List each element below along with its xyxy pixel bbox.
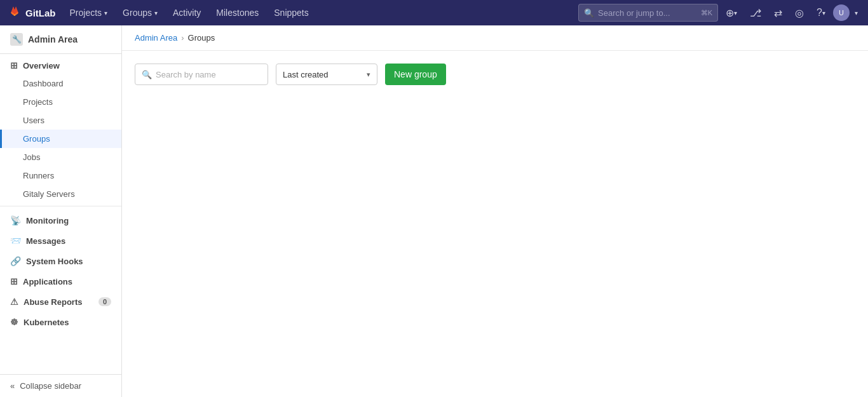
sidebar-item-runners[interactable]: Runners (0, 166, 121, 185)
global-search-input[interactable] (598, 8, 697, 18)
gitlab-logo[interactable]: GitLab (8, 6, 56, 20)
plus-icon: ⊕ (726, 7, 734, 19)
projects-chevron-icon: ▾ (104, 10, 107, 17)
sidebar-section-messages[interactable]: 📨 Messages (0, 229, 121, 250)
plus-chevron-icon: ▾ (734, 10, 737, 17)
help-icon: ? (817, 7, 822, 18)
groups-chevron-icon: ▾ (154, 10, 158, 17)
search-kbd-icon: ⌘K (701, 9, 712, 17)
sort-select[interactable]: Last createdNameRecently updatedOldest (283, 70, 363, 79)
help-chevron-icon: ▾ (822, 10, 825, 17)
user-avatar[interactable]: U (833, 4, 850, 21)
nav-activity[interactable]: Activity (166, 0, 207, 25)
app-layout: 🔧 Admin Area ⊞ Overview Dashboard Projec… (0, 25, 868, 397)
global-search-bar[interactable]: 🔍 ⌘K (578, 4, 718, 22)
nav-issues-button[interactable]: ◎ (790, 0, 809, 25)
abuse-icon: ⚠ (10, 297, 18, 307)
new-group-button[interactable]: New group (385, 64, 446, 85)
sidebar-section-system-hooks[interactable]: 🔗 System Hooks (0, 250, 121, 270)
sidebar-divider-1 (0, 206, 121, 206)
admin-area-header: 🔧 Admin Area (0, 25, 121, 54)
top-navigation: GitLab Projects ▾ Groups ▾ Activity Mile… (0, 0, 868, 25)
gitlab-logo-text: GitLab (25, 8, 56, 18)
kubernetes-icon: ☸ (10, 317, 18, 327)
nav-projects[interactable]: Projects ▾ (64, 0, 114, 25)
nav-groups[interactable]: Groups ▾ (116, 0, 164, 25)
sidebar-section-monitoring[interactable]: 📡 Monitoring (0, 209, 121, 229)
sidebar: 🔧 Admin Area ⊞ Overview Dashboard Projec… (0, 25, 122, 397)
admin-wrench-icon: 🔧 (10, 33, 23, 46)
issues-icon: ◎ (795, 7, 804, 19)
sidebar-item-jobs[interactable]: Jobs (0, 148, 121, 166)
sort-dropdown-wrap[interactable]: Last createdNameRecently updatedOldest ▾ (276, 64, 377, 85)
sidebar-section-overview[interactable]: ⊞ Overview (0, 54, 121, 74)
sidebar-section-abuse-reports[interactable]: ⚠ Abuse Reports 0 (0, 290, 121, 311)
search-by-name-input[interactable] (156, 70, 261, 79)
nav-snippets[interactable]: Snippets (268, 0, 315, 25)
search-name-icon: 🔍 (142, 70, 152, 79)
sidebar-item-users[interactable]: Users (0, 111, 121, 130)
monitoring-icon: 📡 (10, 215, 21, 225)
sort-chevron-icon: ▾ (367, 71, 370, 79)
breadcrumb-current: Groups (188, 33, 215, 43)
avatar-chevron[interactable]: ▾ (852, 0, 860, 25)
main-content: Admin Area › Groups 🔍 Last createdNameRe… (122, 25, 868, 397)
sidebar-section-applications[interactable]: ⊞ Applications (0, 270, 121, 290)
commits-icon: ⎇ (750, 7, 761, 19)
collapse-icon: « (10, 381, 15, 391)
apps-icon: ⊞ (10, 276, 18, 286)
sidebar-item-gitaly-servers[interactable]: Gitaly Servers (0, 185, 121, 203)
sidebar-item-dashboard[interactable]: Dashboard (0, 74, 121, 93)
nav-plus-button[interactable]: ⊕ ▾ (721, 0, 742, 25)
breadcrumb: Admin Area › Groups (122, 25, 868, 51)
sidebar-item-projects[interactable]: Projects (0, 93, 121, 111)
grid-icon: ⊞ (10, 60, 18, 71)
nav-milestones[interactable]: Milestones (210, 0, 265, 25)
nav-mrlist-button[interactable]: ⇄ (769, 0, 787, 25)
sidebar-item-groups[interactable]: Groups (0, 130, 121, 148)
collapse-sidebar-button[interactable]: « Collapse sidebar (0, 374, 121, 397)
nav-commits-button[interactable]: ⎇ (745, 0, 766, 25)
messages-icon: 📨 (10, 236, 21, 246)
search-by-name-wrap[interactable]: 🔍 (135, 64, 268, 85)
sidebar-section-kubernetes[interactable]: ☸ Kubernetes (0, 311, 121, 331)
avatar-chevron-icon: ▾ (855, 10, 858, 17)
breadcrumb-admin-link[interactable]: Admin Area (135, 33, 177, 43)
abuse-reports-badge: 0 (98, 297, 111, 306)
hooks-icon: 🔗 (10, 256, 21, 266)
breadcrumb-separator: › (181, 33, 184, 43)
content-area: 🔍 Last createdNameRecently updatedOldest… (122, 51, 868, 111)
groups-toolbar: 🔍 Last createdNameRecently updatedOldest… (135, 64, 855, 85)
merge-requests-icon: ⇄ (774, 7, 782, 19)
nav-help-button[interactable]: ? ▾ (811, 0, 831, 25)
search-icon: 🔍 (584, 8, 594, 18)
